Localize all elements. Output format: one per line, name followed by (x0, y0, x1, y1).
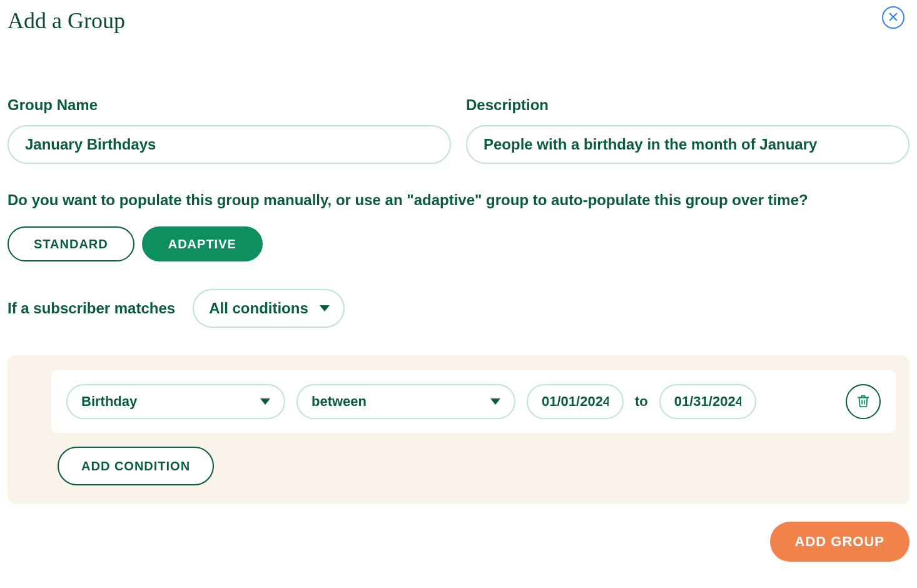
condition-operator-value: between (312, 393, 367, 410)
description-input[interactable] (466, 125, 909, 164)
chevron-down-icon (320, 305, 330, 312)
condition-row: Birthday between to (51, 370, 896, 433)
match-row: If a subscriber matches All conditions (8, 289, 909, 328)
group-type-buttons: STANDARD ADAPTIVE (8, 226, 909, 261)
match-conditions-select[interactable]: All conditions (193, 289, 345, 328)
delete-condition-button[interactable] (846, 384, 881, 419)
condition-field-select[interactable]: Birthday (66, 384, 285, 419)
group-name-label: Group Name (8, 96, 451, 114)
condition-date-to-input[interactable] (659, 384, 756, 419)
page-title: Add a Group (8, 8, 909, 34)
group-name-field-wrapper: Group Name (8, 96, 451, 164)
footer: ADD GROUP (8, 522, 909, 562)
adaptive-button[interactable]: ADAPTIVE (142, 226, 263, 261)
description-label: Description (466, 96, 909, 114)
description-field-wrapper: Description (466, 96, 909, 164)
close-button[interactable] (882, 6, 904, 29)
standard-button[interactable]: STANDARD (8, 226, 134, 261)
chevron-down-icon (490, 398, 500, 405)
condition-operator-select[interactable]: between (296, 384, 515, 419)
match-prefix-label: If a subscriber matches (8, 300, 175, 317)
group-name-input[interactable] (8, 125, 451, 164)
add-group-button[interactable]: ADD GROUP (770, 522, 909, 562)
group-type-question: Do you want to populate this group manua… (8, 191, 909, 209)
match-conditions-value: All conditions (209, 300, 308, 317)
condition-date-from-input[interactable] (527, 384, 624, 419)
condition-to-label: to (635, 393, 648, 410)
close-icon (888, 11, 899, 24)
fields-row: Group Name Description (8, 96, 909, 164)
trash-icon (856, 394, 870, 410)
add-condition-button[interactable]: ADD CONDITION (58, 447, 214, 485)
conditions-panel: Birthday between to ADD CONDITION (8, 355, 909, 504)
condition-field-value: Birthday (81, 393, 137, 410)
chevron-down-icon (260, 398, 270, 405)
